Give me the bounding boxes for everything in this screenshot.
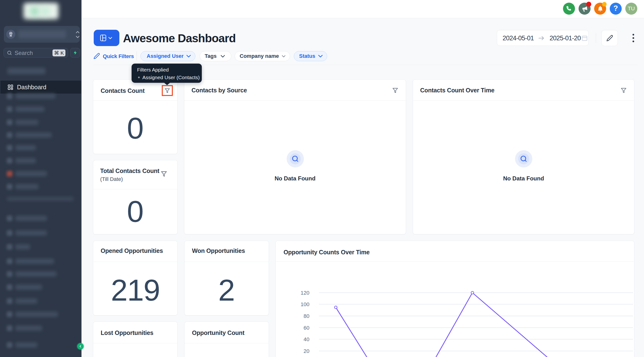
svg-text:80: 80 (304, 313, 310, 319)
svg-text:20: 20 (304, 348, 310, 354)
svg-text:60: 60 (304, 325, 310, 331)
svg-text:40: 40 (304, 336, 310, 342)
svg-text:100: 100 (300, 301, 310, 307)
svg-text:120: 120 (300, 290, 310, 296)
